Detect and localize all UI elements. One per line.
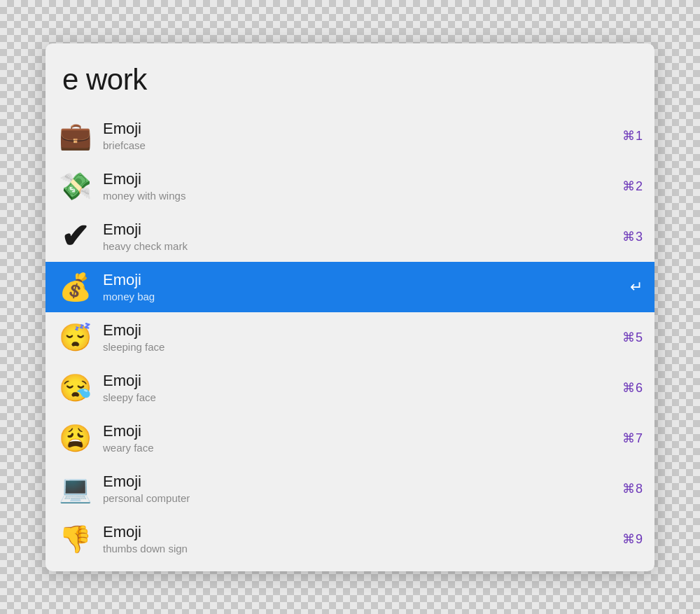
item-subtitle: heavy check mark (103, 240, 611, 252)
item-text-group: Emojisleepy face (103, 372, 611, 403)
results-panel: e work 💼Emojibriefcase⌘1💸Emojimoney with… (46, 43, 654, 571)
results-list: 💼Emojibriefcase⌘1💸Emojimoney with wings⌘… (46, 111, 654, 564)
item-shortcut: ↵ (630, 278, 643, 296)
item-text-group: Emojipersonal computer (103, 473, 611, 503)
item-text-group: Emojiheavy check mark (103, 221, 611, 251)
item-emoji-icon: 💼 (57, 118, 93, 154)
item-title: Emoji (103, 120, 611, 138)
list-item[interactable]: 💸Emojimoney with wings⌘2 (46, 161, 654, 211)
item-title: Emoji (103, 221, 611, 239)
item-subtitle: sleeping face (103, 341, 611, 353)
item-subtitle: personal computer (103, 492, 611, 504)
item-shortcut: ⌘5 (622, 330, 643, 345)
item-emoji-icon: 😪 (57, 370, 93, 406)
item-shortcut: ⌘2 (622, 179, 643, 194)
search-area: e work (46, 43, 654, 111)
check-mark-icon: ✔ (61, 220, 89, 253)
item-shortcut: ⌘7 (622, 431, 643, 446)
item-subtitle: money with wings (103, 190, 611, 202)
list-item[interactable]: 💻Emojipersonal computer⌘8 (46, 463, 654, 514)
item-shortcut: ⌘8 (622, 481, 643, 496)
list-item[interactable]: 💼Emojibriefcase⌘1 (46, 111, 654, 161)
item-subtitle: thumbs down sign (103, 543, 611, 554)
item-title: Emoji (103, 372, 611, 390)
item-emoji-icon: 👎 (57, 521, 93, 557)
list-item[interactable]: ✔Emojiheavy check mark⌘3 (46, 211, 654, 262)
list-item[interactable]: 💰Emojimoney bag↵ (46, 262, 654, 312)
item-text-group: Emojiweary face (103, 422, 611, 453)
item-text-group: Emojithumbs down sign (103, 523, 611, 554)
item-title: Emoji (103, 271, 619, 289)
list-item[interactable]: 👎Emojithumbs down sign⌘9 (46, 514, 654, 564)
list-item[interactable]: 😪Emojisleepy face⌘6 (46, 363, 654, 413)
item-emoji-icon: 😴 (57, 319, 93, 356)
item-shortcut: ⌘6 (622, 380, 643, 396)
item-text-group: Emojibriefcase (103, 120, 611, 151)
item-emoji-icon: 💻 (57, 470, 93, 507)
item-emoji-icon: 💰 (57, 269, 93, 305)
item-title: Emoji (103, 523, 611, 541)
item-title: Emoji (103, 422, 611, 440)
item-text-group: Emojisleeping face (103, 321, 611, 352)
item-text-group: Emojimoney bag (103, 271, 619, 302)
item-title: Emoji (103, 170, 611, 188)
item-emoji-icon: 💸 (57, 168, 93, 204)
item-shortcut: ⌘9 (622, 531, 643, 547)
item-emoji-icon: ✔ (57, 218, 93, 255)
list-item[interactable]: 😩Emojiweary face⌘7 (46, 413, 654, 463)
item-emoji-icon: 😩 (57, 420, 93, 456)
item-subtitle: weary face (103, 442, 611, 454)
search-query: e work (62, 63, 638, 97)
item-shortcut: ⌘3 (622, 229, 643, 244)
item-subtitle: briefcase (103, 139, 611, 151)
item-subtitle: sleepy face (103, 391, 611, 403)
item-subtitle: money bag (103, 291, 619, 302)
item-text-group: Emojimoney with wings (103, 170, 611, 201)
item-shortcut: ⌘1 (622, 128, 643, 144)
item-title: Emoji (103, 321, 611, 340)
item-title: Emoji (103, 473, 611, 491)
list-item[interactable]: 😴Emojisleeping face⌘5 (46, 312, 654, 363)
